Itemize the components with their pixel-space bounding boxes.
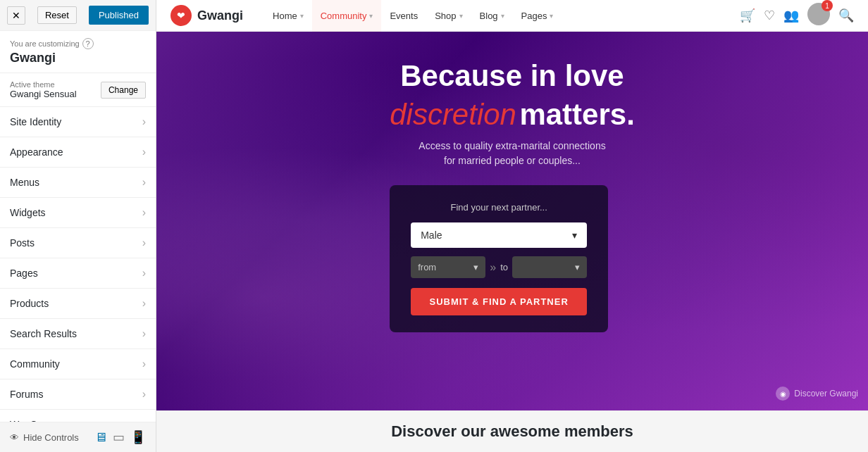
panel-title-section: You are customizing ? Gwangi xyxy=(0,31,156,73)
search-card: Find your next partner... Male ▾ from ▾ … xyxy=(390,185,608,332)
avatar-container: 1 xyxy=(807,3,830,28)
nav-links: Home ▾ Community ▾ Events Shop ▾ Blog ▾ … xyxy=(264,0,740,32)
help-icon[interactable]: ? xyxy=(82,38,94,49)
logo-icon: ❤ xyxy=(170,5,192,26)
hero-section: Because in love discretion matters. Acce… xyxy=(156,32,868,410)
published-button[interactable]: Published xyxy=(89,6,149,25)
customizing-label: You are customizing ? xyxy=(10,38,146,49)
active-theme-info: Active theme Gwangi Sensual xyxy=(10,80,77,99)
reset-button[interactable]: Reset xyxy=(37,6,77,24)
search-button[interactable]: 🔍 xyxy=(838,8,854,23)
menu-item-pages[interactable]: Pages› xyxy=(0,258,156,289)
chevron-right-icon: › xyxy=(142,146,146,158)
discover-title: Discover our awesome members xyxy=(170,422,854,441)
nav-link-events[interactable]: Events xyxy=(381,0,426,32)
chevron-right-icon: › xyxy=(142,267,146,280)
panel-menu: Site Identity›Appearance›Menus›Widgets›P… xyxy=(0,107,156,422)
members-button[interactable]: 👥 xyxy=(783,8,799,23)
menu-item-menus[interactable]: Menus› xyxy=(0,168,156,198)
menu-item-community[interactable]: Community› xyxy=(0,349,156,379)
panel-footer: 👁 Hide Controls 🖥 ▭ 📱 xyxy=(0,422,156,452)
nav-link-shop[interactable]: Shop ▾ xyxy=(426,0,471,32)
site-name: Gwangi xyxy=(10,51,146,65)
discover-section: Discover our awesome members xyxy=(156,410,868,452)
chevron-down-icon: ▾ xyxy=(459,12,463,20)
hero-bold: matters. xyxy=(519,98,634,131)
nav-link-blog[interactable]: Blog ▾ xyxy=(471,0,513,32)
menu-item-search-results[interactable]: Search Results› xyxy=(0,319,156,349)
logo-text: Gwangi xyxy=(197,8,243,23)
hero-italic: discretion xyxy=(390,98,516,131)
hero-title-line2: discretion matters. xyxy=(390,98,635,132)
hide-controls-button[interactable]: 👁 Hide Controls xyxy=(10,432,79,443)
nav-right: 🛒 ♡ 👥 1 🔍 xyxy=(740,3,854,28)
hero-title-line1: Because in love xyxy=(390,60,635,92)
submit-button[interactable]: SUBMIT & FIND A PARTNER xyxy=(411,288,587,315)
chevron-right-icon: › xyxy=(142,358,146,370)
age-to-select[interactable]: ▾ xyxy=(512,256,587,278)
chevron-right-icon: › xyxy=(142,176,146,189)
close-button[interactable]: ✕ xyxy=(7,6,25,25)
notification-badge: 1 xyxy=(822,0,833,11)
chevron-right-icon: › xyxy=(142,115,146,128)
tablet-view-button[interactable]: ▭ xyxy=(113,429,125,445)
favorites-button[interactable]: ♡ xyxy=(764,8,775,23)
menu-item-products[interactable]: Products› xyxy=(0,289,156,319)
menu-item-site-identity[interactable]: Site Identity› xyxy=(0,107,156,137)
menu-item-appearance[interactable]: Appearance› xyxy=(0,137,156,168)
main-preview: ❤ Gwangi Home ▾ Community ▾ Events Shop … xyxy=(156,0,868,452)
eye-icon: 👁 xyxy=(10,432,19,443)
chevron-right-icon: › xyxy=(142,297,146,310)
chevron-down-icon: ▾ xyxy=(550,12,553,20)
hero-subtitle: Access to quality extra-marital connecti… xyxy=(390,139,635,168)
menu-item-woocommerce[interactable]: WooCommerce› xyxy=(0,410,156,422)
gender-select[interactable]: Male ▾ xyxy=(411,222,587,248)
cart-button[interactable]: 🛒 xyxy=(740,8,755,23)
nav-link-community[interactable]: Community ▾ xyxy=(312,0,382,32)
site-logo: ❤ Gwangi xyxy=(170,5,243,26)
chevron-right-icon: › xyxy=(142,327,146,340)
mobile-view-button[interactable]: 📱 xyxy=(130,429,146,445)
age-from-select[interactable]: from ▾ xyxy=(411,256,485,278)
hero-content: Because in love discretion matters. Acce… xyxy=(390,60,635,332)
chevron-right-icon: › xyxy=(142,237,146,249)
chevron-down-icon: ▾ xyxy=(473,262,478,272)
forward-arrow-icon: » xyxy=(490,261,496,274)
discover-badge: ◉ Discover Gwangi xyxy=(776,387,858,401)
footer-icons: 🖥 ▭ 📱 xyxy=(94,429,146,445)
change-theme-button[interactable]: Change xyxy=(101,82,146,99)
find-label: Find your next partner... xyxy=(411,202,587,213)
customizer-panel: ✕ Reset Published You are customizing ? … xyxy=(0,0,156,452)
discover-icon: ◉ xyxy=(776,387,790,401)
panel-header: ✕ Reset Published xyxy=(0,0,156,31)
active-theme-section: Active theme Gwangi Sensual Change xyxy=(0,73,156,107)
age-row: from ▾ » to ▾ xyxy=(411,256,587,278)
menu-item-forums[interactable]: Forums› xyxy=(0,379,156,410)
chevron-down-icon: ▾ xyxy=(369,12,373,20)
chevron-right-icon: › xyxy=(142,388,146,401)
nav-link-pages[interactable]: Pages ▾ xyxy=(513,0,562,32)
chevron-down-icon: ▾ xyxy=(575,262,580,272)
chevron-right-icon: › xyxy=(142,206,146,219)
chevron-down-icon: ▾ xyxy=(572,230,577,241)
desktop-view-button[interactable]: 🖥 xyxy=(94,429,107,445)
site-nav: ❤ Gwangi Home ▾ Community ▾ Events Shop … xyxy=(156,0,868,32)
menu-item-widgets[interactable]: Widgets› xyxy=(0,198,156,228)
chevron-down-icon: ▾ xyxy=(501,12,504,20)
nav-link-home[interactable]: Home ▾ xyxy=(264,0,312,32)
chevron-down-icon: ▾ xyxy=(300,12,304,20)
menu-item-posts[interactable]: Posts› xyxy=(0,228,156,258)
